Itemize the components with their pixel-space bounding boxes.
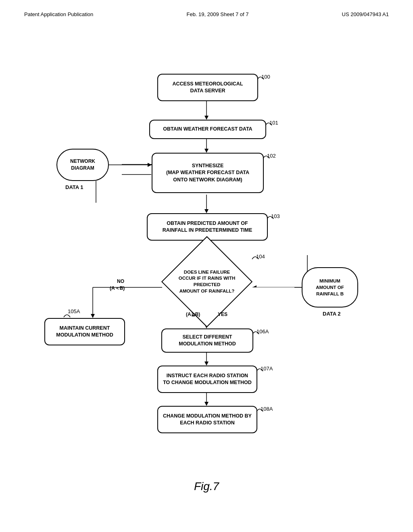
page-header: Patent Application Publication Feb. 19, … [0,0,413,21]
ref-108a: 108A [261,406,273,412]
diamond-104: DOES LINE FAILURE OCCUR IF IT RAINS WITH… [160,254,254,310]
svg-marker-17 [204,362,209,366]
header-right: US 2009/047943 A1 [342,11,389,17]
data1-label: DATA 1 [65,184,83,190]
box-105a: MAINTAIN CURRENT MODULATION METHOD [44,318,125,345]
ref-104: 104 [256,254,265,260]
figure-caption: Fig.7 [0,480,413,493]
diagram-area: ACCESS METEOROLOGICAL DATA SERVER 100 OB… [0,21,413,505]
box-100: ACCESS METEOROLOGICAL DATA SERVER [157,74,258,101]
svg-marker-13 [91,314,95,318]
svg-marker-19 [204,402,209,406]
box-106a: SELECT DIFFERENT MODULATION METHOD [161,328,253,353]
ref-103: 103 [271,213,280,219]
svg-marker-3 [204,149,209,153]
box-107a: INSTRUCT EACH RADIO STATION TO CHANGE MO… [157,366,257,393]
box-102: SYNTHESIZE (MAP WEATHER FORECAST DATA ON… [152,153,264,193]
label-ageb: (A≧B) [186,312,200,317]
svg-marker-25 [148,163,152,167]
label-no: NO [117,278,124,284]
label-yes: YES [218,312,227,317]
label-altb: (A＜B) [110,285,125,292]
minimum-rainfall-box: MINIMUM AMOUNT OF RAINFALL B [302,267,358,308]
ref-100: 100 [261,74,270,80]
ref-101: 101 [269,120,278,126]
ref-106a: 106A [257,328,269,335]
svg-marker-1 [204,116,209,120]
header-left: Patent Application Publication [24,11,93,17]
ref-107a: 107A [261,366,273,372]
data2-label: DATA 2 [323,311,341,317]
page: Patent Application Publication Feb. 19, … [0,0,413,532]
ref-102: 102 [267,153,276,159]
network-diagram-box: NETWORK DIAGRAM [56,149,109,181]
minrainfall-connector [251,267,303,287]
box-101: OBTAIN WEATHER FORECAST DATA [149,120,266,139]
svg-marker-8 [204,209,209,213]
box-108a: CHANGE MODULATION METHOD BY EACH RADIO S… [157,406,257,433]
header-middle: Feb. 19, 2009 Sheet 7 of 7 [186,11,248,17]
ref-105a: 105A [68,308,80,314]
